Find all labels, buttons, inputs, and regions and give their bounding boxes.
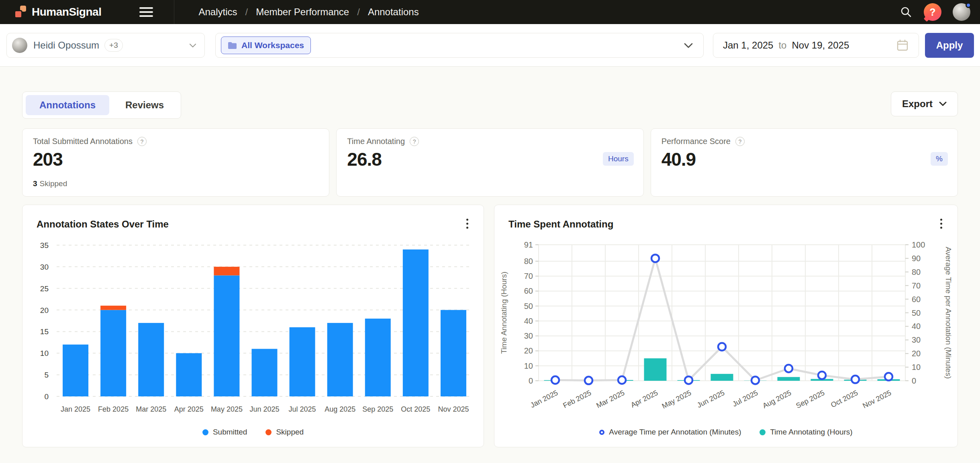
svg-text:Sep 2025: Sep 2025 [795,389,826,410]
svg-text:Oct 2025: Oct 2025 [829,389,859,409]
date-end: Nov 19, 2025 [792,40,849,51]
date-range-input[interactable]: Jan 1, 2025 to Nov 19, 2025 [713,33,919,58]
svg-text:Jun 2025: Jun 2025 [696,389,726,409]
annotation-states-plot[interactable]: 05101520253035Jan 2025Feb 2025Mar 2025Ap… [22,233,484,448]
unit-badge: % [931,152,948,166]
svg-text:30: 30 [40,263,49,271]
charts-row: Annotation States Over Time 051015202530… [22,205,958,447]
svg-text:0: 0 [912,376,916,385]
tabs-row: Annotations Reviews Export [22,67,958,119]
svg-text:Average Time per Annotation (M: Average Time per Annotation (Minutes) [944,247,953,379]
page-content: Annotations Reviews Export Total Submitt… [0,67,980,463]
apply-button[interactable]: Apply [925,33,974,58]
svg-text:Jan 2025: Jan 2025 [529,389,559,409]
stat-footer: 3Skipped [33,179,67,188]
skipped-label: Skipped [40,179,67,188]
svg-text:Nov 2025: Nov 2025 [438,405,469,413]
svg-text:Time Annotating (Hours): Time Annotating (Hours) [500,272,508,354]
breadcrumb-analytics[interactable]: Analytics [198,6,237,18]
breadcrumb: Analytics / Member Performance / Annotat… [198,6,419,18]
help-circle-icon[interactable]: ? [410,137,419,146]
time-spent-plot[interactable]: 0102030405060708091010203040506070809010… [494,233,958,448]
svg-text:0: 0 [44,392,49,401]
svg-text:91: 91 [524,240,533,249]
member-avatar [12,38,27,53]
svg-text:Sep 2025: Sep 2025 [362,405,393,413]
stats-row: Total Submitted Annotations ? 203 3Skipp… [22,128,958,197]
stat-card-performance-score: Performance Score ? 40.9 % [651,128,958,197]
svg-text:35: 35 [40,241,49,250]
breadcrumb-member-performance[interactable]: Member Performance [256,6,349,18]
brand-name: HumanSignal [32,6,101,18]
member-name: Heidi Opossum [33,40,99,51]
member-more-count: +3 [104,39,123,52]
help-circle-icon[interactable]: ? [137,137,147,146]
svg-text:20: 20 [40,306,49,315]
svg-text:Feb 2025: Feb 2025 [561,389,592,410]
breadcrumb-annotations[interactable]: Annotations [368,6,419,18]
svg-text:May 2025: May 2025 [211,405,243,413]
svg-text:Jan 2025: Jan 2025 [61,405,90,413]
online-status-dot [966,2,971,8]
kebab-menu-icon[interactable] [465,217,470,230]
svg-text:30: 30 [524,331,533,340]
menu-icon[interactable] [139,7,153,17]
export-label: Export [902,98,933,110]
svg-text:Mar 2025: Mar 2025 [136,405,166,413]
help-circle-icon[interactable]: ? [735,137,745,146]
svg-text:25: 25 [40,284,49,293]
app-root: HumanSignal Analytics / Member Performan… [0,0,980,463]
svg-text:50: 50 [524,302,533,311]
legend-item[interactable]: Average Time per Annotation (Minutes) [599,428,741,437]
legend-label: Time Annotating (Hours) [770,428,852,437]
stat-label: Time Annotating [347,137,405,146]
stat-value: 40.9 [662,148,947,170]
svg-text:20: 20 [524,346,533,355]
stat-value: 203 [33,148,318,170]
svg-text:80: 80 [524,257,533,266]
topbar-divider [174,0,174,24]
svg-text:100: 100 [912,240,925,249]
chevron-down-icon [189,43,196,48]
legend-label: Skipped [276,428,304,437]
stat-label: Total Submitted Annotations [33,137,133,146]
bar-series-marker-icon [202,429,208,435]
help-icon[interactable]: ? [924,3,941,21]
bar-series-marker-icon [760,429,766,435]
kebab-menu-icon[interactable] [939,217,944,230]
tab-annotations[interactable]: Annotations [26,95,109,115]
legend-item[interactable]: Skipped [265,428,304,437]
svg-text:60: 60 [912,295,921,304]
member-select[interactable]: Heidi Opossum +3 [6,33,205,58]
svg-text:30: 30 [912,335,921,344]
svg-text:Oct 2025: Oct 2025 [401,405,430,413]
svg-text:10: 10 [912,363,921,372]
chart-title: Time Spent Annotating [508,219,613,230]
brand[interactable]: HumanSignal [14,6,101,18]
svg-text:Apr 2025: Apr 2025 [629,389,659,409]
svg-text:60: 60 [524,286,533,295]
svg-text:20: 20 [912,349,921,358]
tab-reviews[interactable]: Reviews [112,95,178,115]
chart-title: Annotation States Over Time [37,219,169,230]
workspace-chip[interactable]: All Workspaces [221,37,311,54]
skipped-count: 3 [33,179,37,188]
folder-icon [228,42,237,49]
svg-text:10: 10 [40,349,49,357]
svg-text:50: 50 [912,309,921,317]
export-button[interactable]: Export [891,91,958,116]
svg-text:5: 5 [44,371,49,379]
humansignal-logo-icon [14,6,27,18]
legend-item[interactable]: Submitted [202,428,247,437]
svg-text:Jul 2025: Jul 2025 [731,389,760,408]
svg-text:Mar 2025: Mar 2025 [595,389,626,410]
bar-series-marker-icon [265,429,272,435]
calendar-icon [896,39,909,52]
user-avatar[interactable] [953,3,970,21]
legend-item[interactable]: Time Annotating (Hours) [760,428,852,437]
search-icon[interactable] [900,6,913,18]
legend-label: Submitted [213,428,247,437]
chevron-down-icon [684,43,693,48]
stat-label: Performance Score [662,137,731,146]
workspace-select[interactable]: All Workspaces [215,33,704,58]
